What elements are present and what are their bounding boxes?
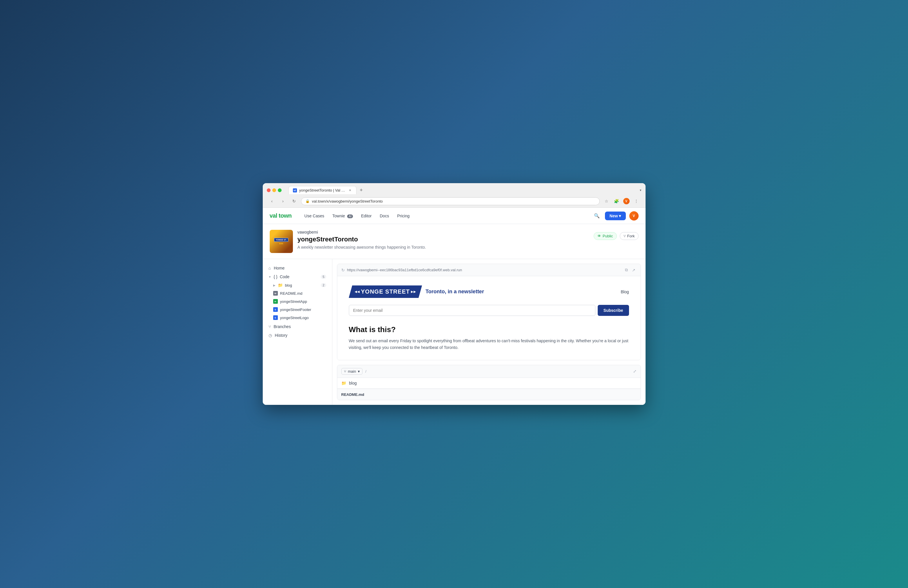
tab-close-button[interactable]: ✕ (348, 188, 352, 193)
blog-folder-label: blog (349, 381, 357, 386)
visibility-icon: 👁 (597, 234, 601, 238)
branches-icon: ⑂ (269, 324, 271, 329)
new-button[interactable]: New ▾ (605, 212, 626, 220)
townie-badge: AI (347, 214, 353, 218)
sidebar-item-yonge-street-footer[interactable]: S yongeStreetFooter (267, 305, 332, 313)
nav-pricing[interactable]: Pricing (394, 212, 413, 220)
branch-icon: ⑂ (344, 369, 346, 374)
browser-avatar: V (623, 198, 629, 204)
subscribe-button[interactable]: Subscribe (598, 305, 629, 316)
logo-right-arrows: ▶▶ (411, 290, 416, 293)
tabs-dropdown-icon[interactable]: ▾ (640, 188, 641, 192)
back-button[interactable]: ‹ (268, 197, 276, 205)
newsletter-section-title: What is this? (349, 325, 629, 334)
project-info: vawogbemi yongeStreetToronto A weekly ne… (298, 230, 589, 249)
readme-row: README.md (337, 389, 641, 400)
readme-label: README.md (280, 291, 303, 296)
newsletter-section-text: We send out an email every Friday to spo… (349, 337, 629, 351)
logo-left-arrows: ◀◀ (355, 290, 360, 293)
nav-links: Use Cases Townie AI Editor Docs Pricing (301, 212, 583, 220)
history-icon: ◷ (269, 333, 272, 337)
md-icon: M (273, 291, 278, 296)
preview-url-text: https://vawogbemi--eec186bac93a11efbd1ce… (347, 268, 621, 272)
newsletter-subscribe-row: Subscribe (349, 305, 629, 316)
new-tab-button[interactable]: + (357, 186, 365, 194)
loading-icon: ↻ (341, 268, 345, 272)
sidebar-code-header[interactable]: ▼ { } Code 5 (263, 272, 332, 281)
app-content: val town Use Cases Townie AI Editor Docs… (263, 208, 646, 405)
sidebar-section-code: ▼ { } Code 5 ▶ 📁 blog 2 M (263, 272, 332, 322)
sidebar-item-branches[interactable]: ⑂ Branches (263, 322, 332, 331)
fork-icon: ⑂ (623, 234, 626, 238)
profile-button[interactable]: V (622, 197, 631, 205)
sidebar-item-home[interactable]: ⌂ Home (263, 264, 332, 272)
close-window-button[interactable] (267, 188, 270, 192)
newsletter-logo-area: ◀◀ YONGE STREET ▶▶ Toronto, in a newslet… (349, 286, 484, 298)
fork-button[interactable]: ⑂ Fork (620, 232, 639, 240)
reload-button[interactable]: ↻ (290, 197, 298, 205)
browser-window: vt yongeStreetToronto | Val Tow... ✕ + ▾… (263, 183, 646, 405)
file-explorer-header: ⑂ main ▾ / ⤢ (337, 365, 641, 378)
sidebar-item-readme[interactable]: M README.md (267, 289, 332, 297)
top-nav: val town Use Cases Townie AI Editor Docs… (263, 208, 646, 224)
sidebar-item-history[interactable]: ◷ History (263, 331, 332, 340)
script-icon-blue-logo: S (273, 315, 278, 320)
fork-label: Fork (627, 234, 635, 238)
nav-right: 🔍 New ▾ V (592, 211, 639, 220)
extensions-button[interactable]: 🧩 (612, 197, 621, 205)
blog-label: blog (285, 283, 292, 288)
minimize-window-button[interactable] (272, 188, 276, 192)
code-count: 5 (321, 275, 326, 279)
project-actions: 👁 Public ⑂ Fork (594, 230, 638, 240)
active-tab[interactable]: vt yongeStreetToronto | Val Tow... ✕ (288, 186, 356, 194)
nav-use-cases[interactable]: Use Cases (301, 212, 328, 220)
branches-label: Branches (274, 324, 291, 329)
content-area: ↻ https://vawogbemi--eec186bac93a11efbd1… (332, 259, 646, 405)
open-external-button[interactable]: ↗ (631, 267, 637, 273)
newsletter-logo-badge: ◀◀ YONGE STREET ▶▶ (349, 286, 422, 298)
forward-button[interactable]: › (279, 197, 287, 205)
nav-editor[interactable]: Editor (357, 212, 375, 220)
chevron-down-icon: ▼ (269, 275, 271, 278)
search-button[interactable]: 🔍 (592, 211, 602, 220)
newsletter-preview: ◀◀ YONGE STREET ▶▶ Toronto, in a newslet… (337, 276, 641, 360)
project-username[interactable]: vawogbemi (298, 230, 589, 235)
browser-controls: vt yongeStreetToronto | Val Tow... ✕ + ▾ (267, 186, 641, 194)
newsletter-header: ◀◀ YONGE STREET ▶▶ Toronto, in a newslet… (349, 286, 629, 298)
sidebar-item-blog[interactable]: ▶ 📁 blog 2 (267, 281, 332, 289)
chevron-right-icon: ▶ (273, 284, 275, 287)
browser-chrome: vt yongeStreetToronto | Val Tow... ✕ + ▾… (263, 183, 646, 208)
url-lock-icon: 🔒 (305, 199, 310, 203)
browser-menu-button[interactable]: ⋮ (632, 197, 640, 205)
project-avatar: YONGE ST. 644 (270, 230, 293, 253)
preview-frame: ↻ https://vawogbemi--eec186bac93a11efbd1… (337, 264, 641, 360)
nav-townie[interactable]: Townie AI (329, 212, 356, 220)
yonge-street-logo-label: yongeStreetLogo (280, 316, 309, 320)
tab-title: yongeStreetToronto | Val Tow... (299, 188, 346, 193)
history-label: History (275, 333, 288, 337)
maximize-window-button[interactable] (278, 188, 282, 192)
expand-button[interactable]: ⤢ (633, 369, 637, 374)
sidebar-item-yonge-street-app[interactable]: H yongeStreetApp (267, 297, 332, 305)
file-row-blog[interactable]: 📁 blog (337, 378, 641, 389)
path-separator: / (365, 369, 367, 374)
sidebar-item-yonge-street-logo[interactable]: S yongeStreetLogo (267, 313, 332, 322)
browser-actions: ☆ 🧩 V ⋮ (603, 197, 640, 205)
project-avatar-image: YONGE ST. 644 (270, 230, 293, 253)
visibility-label: Public (603, 234, 613, 238)
home-icon: ⌂ (269, 266, 271, 270)
bookmark-button[interactable]: ☆ (603, 197, 611, 205)
user-avatar[interactable]: V (629, 211, 639, 220)
copy-url-button[interactable]: ⧉ (624, 267, 629, 273)
nav-docs[interactable]: Docs (377, 212, 393, 220)
project-description: A weekly newsletter showcasing awesome t… (298, 245, 589, 249)
branch-name: main (348, 369, 356, 374)
script-icon-blue-footer: S (273, 307, 278, 312)
logo[interactable]: val town (270, 212, 292, 219)
newsletter-blog-link[interactable]: Blog (621, 289, 629, 294)
main-layout: ⌂ Home ▼ { } Code 5 ▶ 📁 blog (263, 259, 646, 405)
project-name: yongeStreetToronto (298, 236, 589, 243)
branch-selector[interactable]: ⑂ main ▾ (341, 368, 362, 375)
email-input[interactable] (349, 305, 596, 316)
url-bar[interactable]: 🔒 val.town/x/vawogbemi/yongeStreetToront… (301, 198, 600, 205)
